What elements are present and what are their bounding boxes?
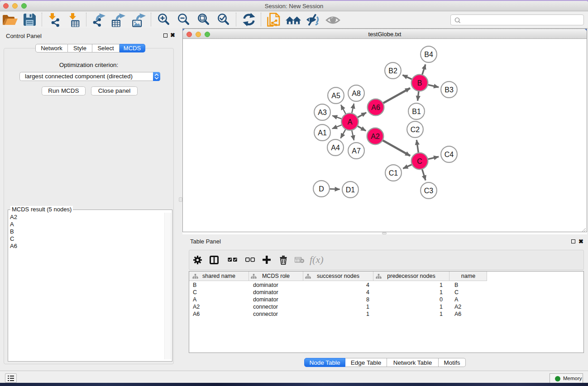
svg-text:A6: A6	[371, 104, 380, 111]
svg-text:B3: B3	[445, 86, 454, 94]
svg-text:A1: A1	[318, 129, 327, 137]
svg-text:C2: C2	[411, 126, 420, 133]
svg-text:A8: A8	[352, 90, 361, 97]
svg-text:A7: A7	[352, 147, 361, 155]
svg-text:A4: A4	[331, 144, 340, 152]
svg-text:D: D	[319, 185, 324, 193]
svg-text:C3: C3	[424, 187, 434, 195]
svg-text:A3: A3	[318, 109, 327, 116]
svg-text:B2: B2	[388, 67, 397, 75]
svg-text:C4: C4	[445, 151, 454, 158]
svg-text:A2: A2	[371, 133, 380, 140]
svg-text:A5: A5	[331, 92, 340, 100]
svg-text:C: C	[417, 157, 422, 165]
svg-text:D1: D1	[346, 186, 355, 194]
svg-text:B: B	[417, 79, 422, 87]
svg-text:B4: B4	[424, 51, 433, 58]
svg-text:B1: B1	[412, 108, 421, 115]
svg-text:A: A	[348, 118, 353, 126]
svg-text:C1: C1	[389, 169, 398, 177]
